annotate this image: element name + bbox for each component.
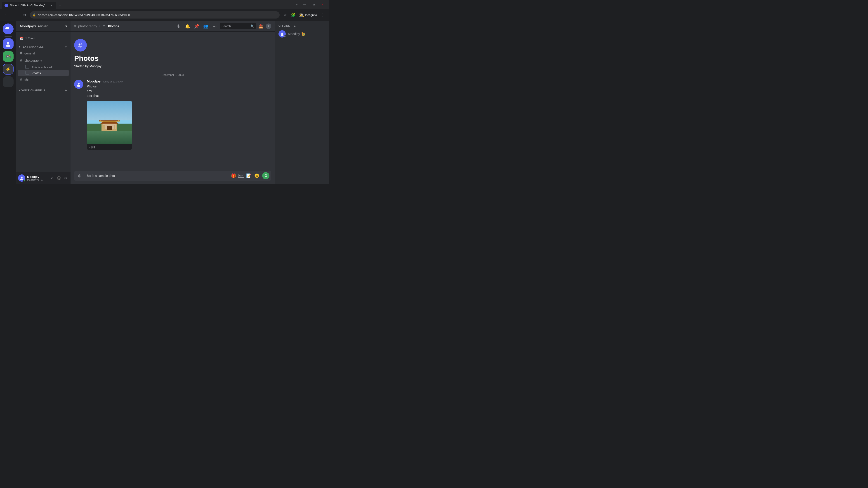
svg-point-8	[100, 105, 110, 110]
message-line-2: hey	[87, 89, 271, 94]
message-avatar	[74, 80, 83, 89]
more-options-button[interactable]: •••	[211, 22, 219, 30]
channel-item-photography[interactable]: # photography	[18, 57, 69, 64]
menu-button[interactable]: ⋮	[319, 11, 327, 19]
member-avatar-icon	[280, 32, 284, 36]
help-button[interactable]: ?	[266, 24, 271, 29]
forward-button[interactable]: →	[12, 11, 19, 19]
maximize-button[interactable]: ⧉	[309, 0, 318, 9]
server-icon-moodjoy[interactable]	[3, 38, 13, 49]
browser-chrome: D Discord | "Photos" | Moodjoy's ... × +…	[0, 0, 329, 21]
add-voice-channel-button[interactable]: +	[64, 89, 68, 92]
server-name: Moodjoy's server	[20, 24, 48, 28]
svg-point-3	[20, 178, 23, 180]
add-text-channel-button[interactable]: +	[64, 45, 68, 48]
svg-point-7	[95, 106, 106, 111]
inbox-button[interactable]: 📥	[257, 22, 265, 30]
svg-point-4	[78, 83, 80, 85]
message-input[interactable]	[85, 171, 226, 180]
member-status-dot	[284, 35, 286, 38]
svg-point-5	[77, 85, 80, 87]
thread-item-photos[interactable]: Photos	[18, 70, 69, 76]
message-line-3: test chat	[87, 94, 271, 98]
add-content-button[interactable]: ⊕	[76, 172, 83, 180]
text-channels-toggle[interactable]: ▾ TEXT CHANNELS	[19, 45, 43, 48]
event-label: 1 Event	[25, 37, 35, 40]
tab-favicon: D	[4, 4, 8, 7]
refresh-button[interactable]: ↻	[21, 11, 28, 19]
breadcrumb: # photography › Photos	[74, 24, 119, 29]
breadcrumb-channel[interactable]: photography	[78, 24, 97, 28]
thread-header: Photos Started by Moodjoy	[70, 35, 275, 68]
svg-rect-21	[107, 126, 112, 130]
message-author[interactable]: Moodjoy	[87, 79, 101, 83]
user-tag: moodjoy71_0...	[27, 178, 47, 181]
attachment-image[interactable]	[87, 101, 132, 144]
user-info: Moodjoy moodjoy71_0...	[27, 175, 47, 181]
grammarly-button[interactable]: G	[262, 172, 270, 180]
text-channels-category: ▾ TEXT CHANNELS +	[18, 41, 69, 50]
sticker-button[interactable]: 📝	[245, 172, 252, 180]
svg-rect-20	[114, 125, 115, 130]
back-button[interactable]: ←	[3, 11, 10, 19]
message-meta: Moodjoy Today at 12:03 AM	[87, 79, 271, 83]
mute-button[interactable]: 🎙	[49, 175, 55, 181]
server-header[interactable]: Moodjoy's server ▾	[16, 21, 70, 32]
voice-category-chevron: ▾	[19, 89, 21, 92]
tab-title: Discord | "Photos" | Moodjoy's ...	[10, 4, 48, 7]
thread-icon-large	[74, 39, 87, 52]
discord-home-button[interactable]	[3, 24, 13, 34]
discord-app: 🎮 ⚡ ↓ Moodjoy's server ▾ 📅 1 Event ▾ TEX…	[0, 21, 329, 184]
browser-toolbar: ← → ↻ 🔒 discord.com/channels/11823468517…	[0, 9, 329, 21]
notification-button[interactable]: 🔔	[184, 22, 192, 30]
user-status-dot	[23, 180, 26, 182]
channel-item-chat[interactable]: # chat	[18, 76, 69, 83]
svg-rect-19	[103, 125, 105, 130]
channel-sidebar: Moodjoy's server ▾ 📅 1 Event ▾ TEXT CHAN…	[16, 21, 70, 184]
strike-button[interactable]	[175, 22, 183, 30]
new-tab-button[interactable]: +	[57, 3, 63, 9]
close-button[interactable]: ✕	[318, 0, 327, 9]
member-avatar-moodjoy	[278, 30, 286, 37]
settings-button[interactable]: ⚙	[62, 175, 69, 181]
emoji-button[interactable]: 😊	[253, 172, 260, 180]
thread-title: Photos	[74, 54, 98, 63]
svg-point-26	[103, 133, 116, 139]
gift-button[interactable]: 🎁	[230, 172, 237, 180]
breadcrumb-thread-name: Photos	[108, 24, 119, 28]
channel-hash-icon-photography: #	[20, 58, 22, 63]
member-badge: 👑	[301, 32, 305, 36]
members-button[interactable]: 👥	[202, 22, 210, 30]
channel-item-general[interactable]: # general	[18, 50, 69, 57]
messages-area[interactable]: Photos Started by Moodjoy December 8, 20…	[70, 32, 275, 171]
server-icon-green[interactable]: 🎮	[3, 51, 13, 62]
category-chevron: ▾	[19, 45, 21, 48]
deafen-button[interactable]: 🎧	[56, 175, 62, 181]
active-tab[interactable]: D Discord | "Photos" | Moodjoy's ... ×	[2, 2, 56, 9]
extension-button[interactable]: 🧩	[289, 11, 297, 19]
thread-starter-name[interactable]: Moodjoy	[90, 64, 101, 68]
pin-button[interactable]: 📌	[193, 22, 201, 30]
message-group: Moodjoy Today at 12:03 AM Photos hey tes…	[70, 78, 275, 99]
server-divider	[4, 36, 12, 37]
svg-point-10	[116, 104, 126, 109]
address-bar[interactable]: 🔒 discord.com/channels/11823468517819843…	[30, 11, 280, 19]
voice-channels-toggle[interactable]: ▾ VOICE CHANNELS	[19, 89, 45, 92]
minimize-button[interactable]: —	[300, 0, 309, 9]
event-item[interactable]: 📅 1 Event	[18, 35, 69, 41]
svg-point-2	[21, 177, 23, 178]
tab-bar: D Discord | "Photos" | Moodjoy's ... × +…	[0, 0, 329, 9]
search-bar[interactable]: Search 🔍	[220, 23, 256, 29]
svg-point-27	[281, 33, 283, 34]
user-avatar	[18, 174, 25, 182]
incognito-button[interactable]: 🕵 Incognito	[298, 11, 318, 19]
tab-close-button[interactable]: ×	[50, 4, 53, 7]
thread-item-this-is-a-thread[interactable]: This is a thread!	[18, 64, 69, 70]
tab-list-button[interactable]: ≡	[293, 1, 300, 8]
gif-button[interactable]: GIF	[238, 174, 244, 178]
download-button[interactable]: ↓	[3, 76, 13, 87]
text-channels-label: TEXT CHANNELS	[22, 45, 44, 48]
bookmark-button[interactable]: ☆	[281, 11, 289, 19]
server-icon-dark[interactable]: ⚡	[3, 64, 13, 74]
member-item-moodjoy[interactable]: Moodjoy 👑	[277, 29, 327, 39]
